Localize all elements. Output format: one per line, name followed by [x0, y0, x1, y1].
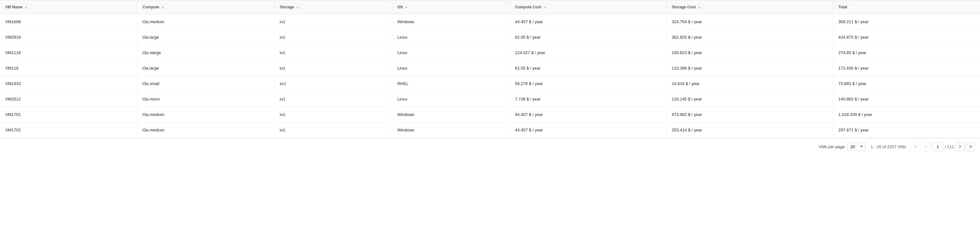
col-header-total: Total: [833, 0, 980, 14]
vms-per-page-label: VMs per page: [819, 144, 845, 149]
total-pages-label: / 111: [945, 144, 954, 149]
cell-total: 369.211 $ / year: [833, 14, 980, 30]
cell-os: Windows: [392, 122, 509, 138]
col-label-vmname: VM Name: [5, 5, 22, 9]
per-page-select[interactable]: 102050100: [847, 143, 865, 151]
next-page-button[interactable]: [956, 142, 964, 151]
col-label-computecost: Compute Cost: [515, 5, 541, 9]
cell-storagecost: 150.823 $ / year: [666, 45, 833, 60]
cell-storage: io1: [274, 14, 392, 30]
cell-os: RHEL: [392, 76, 509, 92]
col-label-os: OS: [397, 5, 403, 9]
col-header-storage: Storage: [274, 0, 392, 14]
cell-computecost: 59.276 $ / year: [510, 76, 667, 92]
cell-os: Linux: [392, 30, 509, 45]
cell-vmname: VM2919: [0, 30, 137, 45]
sort-icon-storagecost[interactable]: [698, 5, 701, 9]
cell-computecost: 44.457 $ / year: [510, 107, 667, 122]
cell-os: Linux: [392, 60, 509, 76]
cell-storagecost: 110.386 $ / year: [666, 60, 833, 76]
table-row: VM2919t3a.largeio1Linux62.05 $ / year362…: [0, 30, 980, 45]
cell-vmname: VM1698: [0, 14, 137, 30]
cell-compute: t3a.medium: [137, 107, 274, 122]
cell-storagecost: 324.754 $ / year: [666, 14, 833, 30]
table-footer: VMs per page 102050100 1 - 20 of 2207 VM…: [0, 138, 980, 155]
cell-computecost: 7.738 $ / year: [510, 92, 667, 107]
first-page-button[interactable]: [911, 142, 920, 151]
pagination-section: 1 - 20 of 2207 VMs / 111: [870, 142, 975, 151]
vms-per-page-section: VMs per page 102050100: [819, 143, 865, 151]
cell-computecost: 62.05 $ / year: [510, 60, 667, 76]
sort-icon-storage[interactable]: [296, 5, 299, 9]
cell-os: Windows: [392, 14, 509, 30]
cell-compute: t3a.large: [137, 60, 274, 76]
vm-table: VM Name Compute: [0, 0, 980, 138]
cell-compute: t3a.small: [137, 76, 274, 92]
cell-storage: io1: [274, 122, 392, 138]
col-header-vmname: VM Name: [0, 0, 137, 14]
cell-computecost: 44.457 $ / year: [510, 122, 667, 138]
cell-total: 140.883 $ / year: [833, 92, 980, 107]
sort-icon-vmname[interactable]: [24, 5, 28, 9]
table-row: VM1698t3a.mediumio1Windows44.457 $ / yea…: [0, 14, 980, 30]
cell-storage: io1: [274, 45, 392, 60]
col-label-compute: Compute: [143, 5, 159, 9]
cell-compute: t3a.medium: [137, 14, 274, 30]
cell-storage: io1: [274, 60, 392, 76]
cell-total: 297.871 $ / year: [833, 122, 980, 138]
cell-vmname: VM1116: [0, 45, 137, 60]
cell-computecost: 44.457 $ / year: [510, 14, 667, 30]
cell-compute: t3a.xlarge: [137, 45, 274, 60]
cell-vmname: VM3312: [0, 92, 137, 107]
cell-vmname: VM1933: [0, 76, 137, 92]
cell-storagecost: 973.982 $ / year: [666, 107, 833, 122]
table-row: VM1933t3a.smallsc1RHEL59.276 $ / year14.…: [0, 76, 980, 92]
cell-total: 274.85 $ / year: [833, 45, 980, 60]
cell-storage: sc1: [274, 76, 392, 92]
col-header-computecost: Compute Cost: [510, 0, 667, 14]
col-header-compute: Compute: [137, 0, 274, 14]
cell-computecost: 62.05 $ / year: [510, 30, 667, 45]
cell-storagecost: 253.414 $ / year: [666, 122, 833, 138]
sort-icon-os[interactable]: [405, 5, 408, 9]
cell-total: 172.436 $ / year: [833, 60, 980, 76]
col-header-os: OS: [392, 0, 509, 14]
cell-os: Linux: [392, 92, 509, 107]
col-header-storagecost: Storage Cost: [666, 0, 833, 14]
cell-compute: t3a.large: [137, 30, 274, 45]
sort-icon-compute[interactable]: [161, 5, 165, 9]
cell-storagecost: 362.825 $ / year: [666, 30, 833, 45]
cell-total: 424.875 $ / year: [833, 30, 980, 45]
cell-vmname: VM1701: [0, 107, 137, 122]
cell-storage: io1: [274, 30, 392, 45]
cell-storage: io1: [274, 92, 392, 107]
table-row: VM3312t3a.microio1Linux7.738 $ / year133…: [0, 92, 980, 107]
cell-storage: io1: [274, 107, 392, 122]
cell-vmname: VM116: [0, 60, 137, 76]
cell-compute: t3a.micro: [137, 92, 274, 107]
cell-os: Windows: [392, 107, 509, 122]
last-page-button[interactable]: [966, 142, 975, 151]
cell-vmname: VM1702: [0, 122, 137, 138]
col-label-storagecost: Storage Cost: [672, 5, 696, 9]
col-label-total: Total: [838, 5, 847, 9]
sort-icon-computecost[interactable]: [543, 5, 546, 9]
table-row: VM1116t3a.xlargeio1Linux124.027 $ / year…: [0, 45, 980, 60]
cell-os: Linux: [392, 45, 509, 60]
table-row: VM1701t3a.mediumio1Windows44.457 $ / yea…: [0, 107, 980, 122]
cell-total: 73.892 $ / year: [833, 76, 980, 92]
cell-compute: t3a.medium: [137, 122, 274, 138]
table-row: VM116t3a.largeio1Linux62.05 $ / year110.…: [0, 60, 980, 76]
cell-storagecost: 133.145 $ / year: [666, 92, 833, 107]
table-row: VM1702t3a.mediumio1Windows44.457 $ / yea…: [0, 122, 980, 138]
vm-table-container: VM Name Compute: [0, 0, 980, 155]
col-label-storage: Storage: [280, 5, 294, 9]
pagination-range: 1 - 20 of 2207 VMs: [870, 144, 906, 149]
cell-computecost: 124.027 $ / year: [510, 45, 667, 60]
prev-page-button[interactable]: [921, 142, 931, 151]
table-header-row: VM Name Compute: [0, 0, 980, 14]
cell-storagecost: 14.616 $ / year: [666, 76, 833, 92]
cell-total: 1,018.439 $ / year: [833, 107, 980, 122]
page-number-input[interactable]: [932, 142, 943, 151]
